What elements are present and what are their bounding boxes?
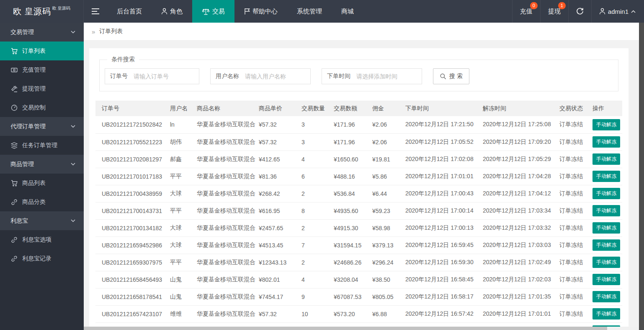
cell-username: ln — [170, 116, 197, 133]
cell-username: 郝鑫 — [170, 151, 197, 168]
sidebar-item-label: 利息宝记录 — [22, 255, 52, 262]
order-no-field-label: 订单号 — [105, 73, 133, 80]
manual-unfreeze-button[interactable]: 手动解冻 — [592, 274, 620, 285]
flag-icon — [244, 8, 250, 15]
manual-unfreeze-button[interactable]: 手动解冻 — [592, 119, 620, 130]
manual-unfreeze-button[interactable]: 手动解冻 — [592, 188, 620, 199]
table-header-row: 订单号 用户名 商品名称 商品单价 交易数量 交易数额 佣金 下单时间 解冻时间… — [95, 101, 622, 116]
cell-quantity: 2 — [301, 254, 334, 271]
brand-title: 欧 皇源码 — [13, 6, 51, 17]
manual-unfreeze-button[interactable]: 手动解冻 — [592, 308, 620, 320]
horizontal-scrollbar[interactable] — [84, 327, 644, 330]
cell-order-time: 2020年12月12日 16:58:45 — [405, 271, 483, 288]
cell-unit-price: ¥616.95 — [259, 202, 301, 219]
cell-username: 山鬼 — [170, 271, 197, 288]
manual-unfreeze-button[interactable]: 手动解冻 — [592, 257, 620, 268]
sidebar-item-interest-options[interactable]: 利息宝选项 — [0, 230, 84, 249]
manual-unfreeze-button[interactable]: 手动解冻 — [592, 136, 620, 148]
order-no-input[interactable] — [133, 69, 199, 83]
sidebar-item-product-list[interactable]: 商品列表 — [0, 174, 84, 192]
cell-order-time: 2020年12月12日 16:59:30 — [405, 254, 483, 271]
cell-product-name: 华夏基金移动互联混合 — [197, 202, 259, 219]
cell-username: 平平 — [170, 202, 197, 219]
sidebar-item-withdraw-management[interactable]: 提现管理 — [0, 79, 84, 98]
cell-status: 订单冻结 — [559, 305, 592, 322]
money-icon — [10, 67, 18, 73]
manual-unfreeze-button[interactable]: 手动解冻 — [592, 153, 620, 165]
cell-status: 订单冻结 — [559, 202, 592, 219]
cell-product-name: 华夏基金移动互联混合 — [197, 305, 259, 322]
withdraw-badge: 1 — [558, 2, 566, 9]
cell-unfreeze-time: 2020年12月12日 17:03:34 — [483, 202, 559, 219]
manual-unfreeze-button[interactable]: 手动解冻 — [592, 291, 620, 302]
column-header-order-time: 下单时间 — [405, 101, 483, 116]
column-header-unfreeze-time: 解冻时间 — [483, 101, 559, 116]
sidebar-item-label: 利息宝选项 — [22, 236, 52, 244]
search-button[interactable]: 搜 索 — [433, 68, 469, 84]
username-input[interactable] — [244, 69, 310, 83]
nav-item-mall[interactable]: 商城 — [332, 0, 363, 23]
nav-item-trade[interactable]: 交易 — [192, 0, 234, 23]
manual-unfreeze-button[interactable]: 手动解冻 — [592, 171, 620, 182]
cell-amount: ¥488.16 — [334, 168, 372, 185]
nav-item-dashboard[interactable]: 后台首页 — [107, 0, 152, 23]
username-field-group: 用户名称 — [210, 68, 311, 84]
sidebar-item-interest-records[interactable]: 利息宝记录 — [0, 249, 84, 268]
manual-unfreeze-button[interactable]: 手动解冻 — [592, 222, 620, 234]
cell-status: 订单冻结 — [559, 219, 592, 236]
cell-quantity: 7 — [301, 236, 334, 254]
user-menu[interactable]: admin1 — [591, 0, 644, 23]
manual-unfreeze-button[interactable]: 手动解冻 — [592, 239, 620, 251]
cart-icon — [10, 180, 18, 187]
link-icon — [10, 236, 18, 243]
cell-unfreeze-time: 2020年12月12日 17:04:12 — [483, 185, 559, 202]
cell-unit-price: ¥2457.65 — [259, 219, 301, 236]
sidebar-item-trade-control[interactable]: 交易控制 — [0, 98, 84, 117]
sidebar-item-task-order-management[interactable]: 任务订单管理 — [0, 136, 84, 155]
cell-product-name: 华夏基金移动互联混合 — [197, 151, 259, 168]
content-card: 条件搜索 订单号 用户名称 下单时间 搜 索 — [89, 48, 629, 330]
cell-amount: ¥4915.30 — [334, 219, 372, 236]
cell-status: 订单冻结 — [559, 288, 592, 305]
cell-username: 平平 — [170, 168, 197, 185]
sidebar-item-order-list[interactable]: 订单列表 — [0, 42, 84, 60]
order-time-input[interactable] — [355, 69, 422, 83]
sidebar-item-product-category[interactable]: 商品分类 — [0, 192, 84, 211]
page-title: 订单列表 — [99, 28, 123, 35]
nav-item-system[interactable]: 系统管理 — [287, 0, 332, 23]
sidebar-group-agent-order-management[interactable]: 代理订单管理 — [0, 117, 84, 136]
cell-order-no: UB2012121659452986 — [95, 236, 170, 254]
withdraw-button[interactable]: 提现 1 — [540, 0, 568, 23]
cell-action: 手动解冻 — [592, 254, 622, 271]
nav-item-label: 角色 — [170, 8, 183, 16]
table-row: UB2012121700438959大球华夏基金移动互联混合¥268.422¥5… — [95, 185, 622, 202]
sidebar-group-interest-treasure[interactable]: 利息宝 — [0, 211, 84, 230]
scales-icon — [202, 8, 210, 15]
cell-action: 手动解冻 — [592, 133, 622, 151]
refresh-button[interactable] — [568, 0, 591, 23]
table-row: UB2012121657423107维维华夏基金移动互联混合¥57.3210¥5… — [95, 305, 622, 322]
nav-item-help-center[interactable]: 帮助中心 — [234, 0, 287, 23]
manual-unfreeze-button[interactable]: 手动解冻 — [592, 205, 620, 216]
cell-product-name: 华夏基金移动互联混合 — [197, 168, 259, 185]
vertical-scrollbar[interactable] — [639, 23, 644, 330]
horizontal-scrollbar-thumb[interactable] — [84, 327, 607, 330]
table-row: UB2012121702081297郝鑫华夏基金移动互联混合¥412.654¥1… — [95, 151, 622, 168]
column-header-product-name: 商品名称 — [197, 101, 259, 116]
sidebar-group-product-management[interactable]: 商品管理 — [0, 155, 84, 174]
cell-amount: ¥31594.15 — [334, 236, 372, 254]
cell-amount: ¥1650.60 — [334, 151, 372, 168]
cell-quantity: 2 — [301, 219, 334, 236]
username-label: admin1 — [608, 8, 629, 15]
sidebar-group-trade-management[interactable]: 交易管理 — [0, 23, 84, 42]
recharge-button[interactable]: 充值 0 — [512, 0, 540, 23]
sidebar-item-recharge-management[interactable]: 充值管理 — [0, 60, 84, 79]
nav-item-roles[interactable]: 角色 — [152, 0, 192, 23]
cell-unit-price: ¥268.42 — [259, 185, 301, 202]
cell-unfreeze-time: 2020年12月12日 17:03:03 — [483, 236, 559, 254]
cell-commission: ¥59.23 — [372, 202, 405, 219]
cell-unit-price: ¥81.36 — [259, 168, 301, 185]
cell-quantity: 4 — [301, 151, 334, 168]
sidebar-toggle-button[interactable] — [84, 0, 107, 23]
brand-logo: 欧 皇源码 欧 皇源码 — [0, 0, 84, 23]
